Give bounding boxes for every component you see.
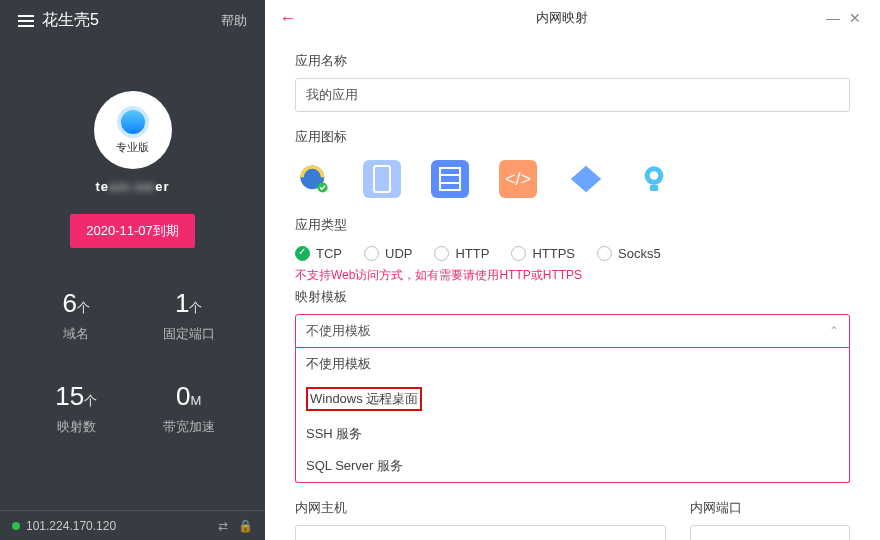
stat-mapping[interactable]: 15个 映射数 — [20, 381, 133, 436]
expire-button[interactable]: 2020-11-07到期 — [70, 214, 195, 248]
label-app-name: 应用名称 — [295, 52, 850, 70]
status-dot-icon — [12, 522, 20, 530]
radio-tcp[interactable]: TCP — [295, 246, 342, 261]
menu-icon[interactable] — [18, 15, 34, 27]
label-app-icon: 应用图标 — [295, 128, 850, 146]
avatar[interactable]: 专业版 — [94, 91, 172, 169]
label-template: 映射模板 — [295, 288, 850, 306]
chevron-up-icon: ⌃ — [829, 324, 839, 338]
close-icon[interactable]: ✕ — [844, 10, 866, 26]
radio-socks5[interactable]: Socks5 — [597, 246, 661, 261]
icon-option-code[interactable]: </> — [499, 160, 537, 198]
ip-address: 101.224.170.120 — [26, 519, 116, 533]
label-lan-host: 内网主机 — [295, 499, 666, 517]
minimize-icon[interactable]: — — [822, 10, 844, 26]
type-warning: 不支持Web访问方式，如有需要请使用HTTP或HTTPS — [295, 267, 850, 284]
svg-marker-2 — [571, 166, 601, 193]
back-icon[interactable]: ← — [279, 8, 297, 29]
username: team-ower — [95, 179, 169, 194]
icon-option-diamond[interactable] — [567, 160, 605, 198]
main-panel: ← 内网映射 — ✕ 应用名称 应用图标 </> — [265, 0, 880, 540]
lan-host-input[interactable] — [295, 525, 666, 540]
label-app-type: 应用类型 — [295, 216, 850, 234]
app-name-input[interactable] — [295, 78, 850, 112]
template-option-rdp[interactable]: Windows 远程桌面 — [296, 380, 849, 418]
icon-option-mobile[interactable] — [363, 160, 401, 198]
sidebar: 花生壳5 帮助 专业版 team-ower 2020-11-07到期 6个 域名… — [0, 0, 265, 540]
stat-bandwidth[interactable]: 0M 带宽加速 — [133, 381, 246, 436]
svg-rect-5 — [650, 185, 659, 191]
template-option[interactable]: 不使用模板 — [296, 348, 849, 380]
icon-option-ie[interactable] — [295, 160, 333, 198]
chevron-down-icon[interactable]: ⌄ — [646, 533, 656, 540]
template-option-sql[interactable]: SQL Server 服务 — [296, 450, 849, 482]
stat-domain[interactable]: 6个 域名 — [20, 288, 133, 343]
help-link[interactable]: 帮助 — [221, 12, 247, 30]
template-dropdown: 不使用模板 Windows 远程桌面 SSH 服务 SQL Server 服务 — [295, 348, 850, 483]
app-title: 花生壳5 — [42, 10, 99, 31]
icon-option-server[interactable] — [431, 160, 469, 198]
stat-port[interactable]: 1个 固定端口 — [133, 288, 246, 343]
avatar-label: 专业版 — [116, 140, 149, 155]
label-lan-port: 内网端口 — [690, 499, 850, 517]
radio-udp[interactable]: UDP — [364, 246, 412, 261]
template-select[interactable]: 不使用模板 ⌃ — [295, 314, 850, 348]
svg-point-4 — [650, 171, 659, 180]
medal-icon — [117, 106, 149, 138]
page-title: 内网映射 — [301, 9, 822, 27]
lock-icon[interactable]: 🔒 — [238, 519, 253, 533]
lan-port-input[interactable] — [690, 525, 850, 540]
radio-http[interactable]: HTTP — [434, 246, 489, 261]
refresh-icon[interactable]: ⇄ — [218, 519, 228, 533]
radio-https[interactable]: HTTPS — [511, 246, 575, 261]
template-option-ssh[interactable]: SSH 服务 — [296, 418, 849, 450]
icon-option-camera[interactable] — [635, 160, 673, 198]
